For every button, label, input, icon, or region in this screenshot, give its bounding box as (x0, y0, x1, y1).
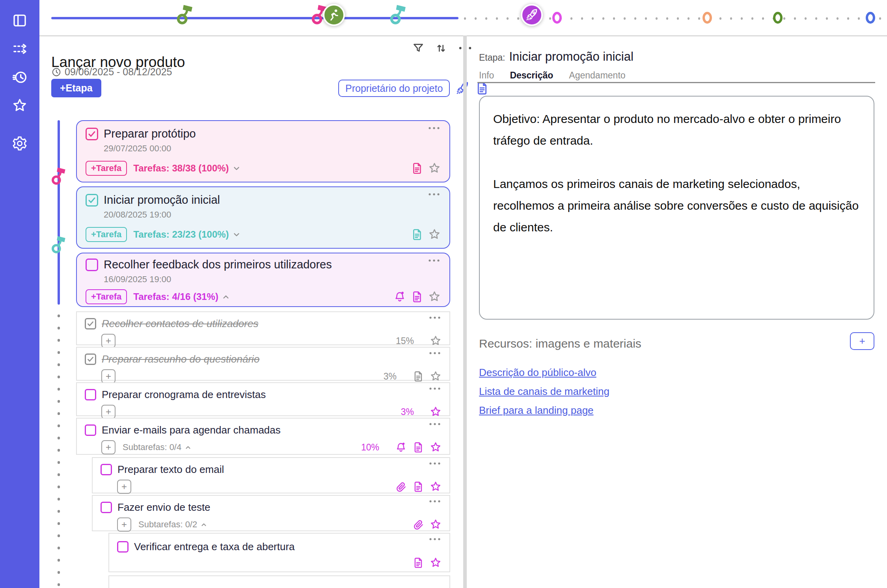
star-icon[interactable] (430, 441, 442, 453)
future-milestone-ring[interactable] (866, 12, 875, 24)
task-checkbox-unchecked[interactable] (85, 424, 96, 436)
star-icon[interactable] (428, 290, 441, 303)
chevron-up-icon[interactable] (221, 292, 231, 302)
milestone-checkbox-checked[interactable] (86, 128, 98, 140)
star-icon[interactable] (430, 406, 442, 418)
task-checkbox-checked[interactable] (85, 354, 96, 365)
history-clock-icon[interactable] (11, 69, 28, 86)
app-window: Lançar novo produto 09/06/2025 - 08/12/2… (0, 0, 887, 588)
sort-icon[interactable] (435, 42, 447, 54)
description-textarea[interactable]: Objetivo: Apresentar o produto no mercad… (479, 96, 874, 320)
add-subtask-button[interactable]: + (117, 517, 131, 532)
tab-info[interactable]: Info (479, 70, 494, 81)
document-icon[interactable] (412, 481, 424, 493)
add-subtask-button[interactable]: + (101, 440, 116, 454)
more-options-icon[interactable] (427, 192, 441, 197)
subtask-row[interactable]: Fazer envio de teste + Subtarefas: 0/2 (92, 495, 450, 531)
resource-link[interactable]: Descrição do público-alvo (479, 367, 596, 379)
milestone-card-selected[interactable]: Iniciar promoção inicial 20/08/2025 19:0… (76, 186, 450, 249)
task-checkbox-unchecked[interactable] (101, 502, 112, 513)
rocket-icon[interactable] (455, 81, 470, 95)
milestone-datetime: 29/07/2025 00:00 (104, 143, 441, 154)
bell-icon[interactable] (393, 290, 406, 303)
task-row[interactable]: Enviar e-mails para agendar chamadas + S… (76, 418, 450, 455)
milestone-card[interactable]: Recolher feedback dos primeiros utilizad… (76, 253, 450, 307)
add-task-button[interactable]: +Tarefa (86, 289, 127, 304)
add-stage-button[interactable]: +Etapa (51, 79, 101, 97)
star-icon[interactable] (430, 481, 442, 493)
chevron-down-icon[interactable] (231, 229, 242, 240)
more-options-icon[interactable] (428, 499, 442, 504)
future-milestone-ring[interactable] (773, 12, 783, 24)
bell-icon[interactable] (395, 441, 407, 453)
task-percent: 15% (396, 336, 414, 346)
filter-icon[interactable] (412, 42, 425, 54)
add-task-button[interactable]: +Tarefa (86, 161, 127, 176)
current-sprint-runner-icon[interactable] (323, 4, 345, 26)
more-options-icon[interactable] (428, 315, 442, 320)
task-checkbox-unchecked[interactable] (117, 541, 129, 553)
task-row[interactable]: Preparar rascunho do questionário + 3% (76, 347, 450, 381)
star-icon[interactable] (11, 97, 28, 114)
launch-rocket-icon[interactable] (521, 4, 543, 26)
more-options-icon[interactable] (428, 422, 442, 426)
add-subtask-button[interactable]: + (101, 369, 116, 383)
project-owner-button[interactable]: Proprietário do projeto (338, 80, 450, 97)
add-resource-button[interactable]: + (850, 332, 874, 350)
milestone-checkbox-checked[interactable] (86, 194, 98, 207)
milestone-checkbox-unchecked[interactable] (86, 259, 98, 271)
more-options-icon[interactable] (428, 461, 442, 466)
document-icon[interactable] (411, 290, 423, 303)
more-options-icon[interactable] (428, 351, 442, 355)
tab-description[interactable]: Descrição (510, 70, 553, 81)
paperclip-icon[interactable] (395, 481, 407, 493)
panel-divider[interactable] (463, 35, 467, 588)
star-icon[interactable] (428, 228, 441, 241)
future-milestone-ring[interactable] (703, 12, 712, 24)
task-row[interactable]: Recolher contactos de utilizadores + 15% (76, 311, 450, 345)
tab-schedule[interactable]: Agendamento (569, 70, 625, 81)
star-icon[interactable] (428, 162, 441, 175)
chevron-up-icon[interactable] (199, 520, 208, 529)
document-icon[interactable] (412, 557, 424, 569)
document-icon[interactable] (411, 162, 423, 175)
add-subtask-button[interactable]: + (101, 405, 116, 419)
chevron-up-icon[interactable] (184, 443, 192, 452)
gear-icon[interactable] (11, 135, 28, 152)
add-subtask-button[interactable]: + (101, 334, 116, 348)
document-icon[interactable] (412, 370, 424, 382)
document-icon[interactable] (411, 228, 423, 241)
milestone-flag-pin-icon[interactable] (388, 2, 408, 26)
sidebar-toggle-icon[interactable] (11, 12, 28, 29)
more-options-icon[interactable] (428, 386, 442, 391)
more-options-icon[interactable] (428, 537, 442, 541)
subtask-row[interactable]: Preparar texto do email + (92, 457, 450, 493)
milestone-flag-pin-icon[interactable] (174, 2, 195, 26)
star-icon[interactable] (430, 370, 442, 382)
task-checkbox-unchecked[interactable] (101, 464, 112, 475)
star-icon[interactable] (430, 519, 442, 530)
milestone-card[interactable]: Preparar protótipo 29/07/2025 00:00 +Tar… (76, 120, 450, 182)
subtask-row-empty[interactable] (108, 575, 450, 588)
star-icon[interactable] (430, 557, 442, 569)
document-icon[interactable] (412, 441, 424, 453)
task-row[interactable]: Preparar cronograma de entrevistas + 3% (76, 382, 450, 416)
add-subtask-button[interactable]: + (117, 480, 131, 494)
more-options-icon[interactable] (427, 126, 441, 130)
task-checkbox-unchecked[interactable] (85, 389, 96, 400)
paperclip-icon[interactable] (412, 519, 424, 530)
resource-link[interactable]: Lista de canais de marketing (479, 385, 609, 398)
task-title: Fazer envio de teste (117, 501, 211, 514)
tabs-underline (477, 82, 875, 83)
resource-link[interactable]: Brief para a landing page (479, 404, 594, 417)
future-milestone-ring[interactable] (552, 12, 562, 24)
task-checkbox-checked[interactable] (85, 318, 96, 329)
more-options-icon[interactable] (427, 258, 441, 263)
subtask-row[interactable]: Verificar entrega e taxa de abertura (108, 533, 450, 572)
project-date-range: 09/06/2025 - 08/12/2025 (51, 66, 172, 78)
flow-icon[interactable] (11, 40, 28, 58)
add-task-button[interactable]: +Tarefa (86, 227, 127, 242)
chevron-down-icon[interactable] (231, 163, 242, 173)
document-icon[interactable] (475, 81, 489, 95)
star-icon[interactable] (430, 335, 442, 347)
